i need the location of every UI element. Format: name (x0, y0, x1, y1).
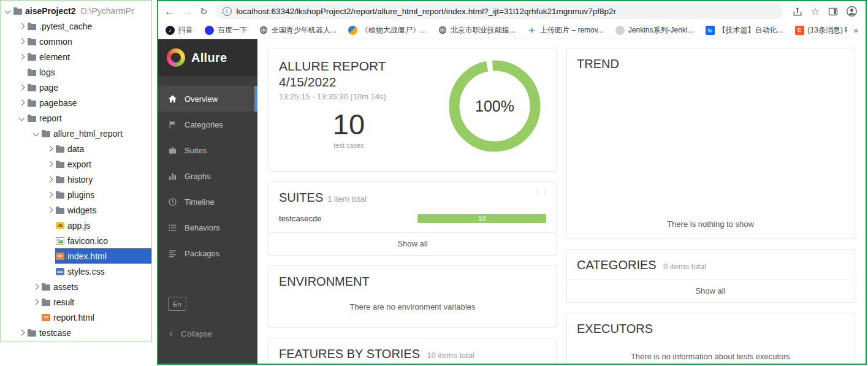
bookmark-item[interactable]: 北京市职业技能提... (438, 25, 516, 36)
sidebar-item-behaviors[interactable]: Behaviors (158, 215, 257, 240)
chevron-down-icon[interactable] (31, 129, 41, 139)
sidebar-item-overview[interactable]: Overview (158, 86, 257, 112)
tree-item-label: common (39, 37, 72, 47)
tree-item-pagebase[interactable]: pagebase (1, 95, 151, 110)
chevron-right-icon[interactable] (17, 328, 27, 338)
tree-item-page[interactable]: page (1, 80, 151, 95)
bookmark-star-icon[interactable]: ☆ (811, 6, 820, 17)
suites-show-all-button[interactable]: Show all (269, 232, 556, 255)
tree-item-common[interactable]: common (1, 34, 151, 49)
chevron-right-icon[interactable] (31, 297, 41, 307)
tree-item-element[interactable]: element (1, 49, 151, 64)
tree-item-aiseProject2[interactable]: aiseProject2D:\PycharmPr (1, 3, 151, 18)
back-button[interactable]: ← (164, 6, 175, 17)
chevron-right-icon[interactable] (45, 144, 55, 154)
chevron-right-icon[interactable] (17, 37, 27, 47)
tree-item-label: plugins (67, 190, 94, 200)
sidebar-item-timeline[interactable]: Timeline (158, 189, 257, 215)
tree-item-logs[interactable]: logs (1, 64, 151, 80)
categories-show-all-button[interactable]: Show all (567, 280, 854, 302)
bookmark-item[interactable]: 全国青少年机器人... (259, 25, 337, 36)
suites-title: SUITES (279, 191, 323, 205)
chevron-right-icon[interactable] (45, 159, 55, 169)
bookmarks-overflow-chevron[interactable]: » (847, 25, 858, 35)
tree-item-label: element (39, 52, 70, 62)
browser-window: ← → ↻ i localhost:63342/lkshopProject2/r… (157, 0, 867, 365)
tree-item-widgets[interactable]: widgets (1, 202, 151, 218)
forward-button[interactable]: → (182, 6, 192, 17)
bookmark-label: Jenkins系列-Jenki... (628, 25, 694, 36)
address-bar[interactable]: i localhost:63342/lkshopProject2/report/… (215, 4, 783, 19)
share-icon[interactable] (793, 7, 802, 17)
tree-item-history[interactable]: history (1, 172, 151, 187)
tree-item-styles.css[interactable]: cssstyles.css (1, 264, 151, 279)
side-panel-icon[interactable] (828, 7, 838, 17)
tree-item-assets[interactable]: assets (1, 279, 151, 294)
tree-row-body: <>report.html (41, 310, 151, 325)
tree-item-export[interactable]: export (1, 156, 151, 172)
bookmark-item[interactable]: 百度一下 (205, 25, 247, 36)
html-file-icon: <> (42, 314, 50, 321)
allure-logo: Allure (158, 39, 257, 76)
pycharm-project-tree: aiseProject2D:\PycharmPr.pytest_cachecom… (0, 0, 152, 341)
drag-handle-icon[interactable]: ⋮⋮ (534, 189, 549, 197)
success-rate-donut-chart[interactable]: 100% (447, 58, 542, 154)
bookmark-item[interactable]: C(13条消息) Python... (795, 25, 848, 36)
bookmark-item[interactable]: Jenkins系列-Jenki... (615, 25, 694, 36)
tree-item-index.html[interactable]: <>index.html (1, 248, 151, 264)
sidebar-item-packages[interactable]: Packages (158, 240, 257, 266)
tree-item-app.js[interactable]: JSapp.js (1, 218, 151, 233)
bookmark-item[interactable]: 知【技术篇】自动化... (706, 25, 783, 36)
collapse-button[interactable]: ‹ Collapse (158, 321, 257, 346)
tree-item-testcase[interactable]: testcase (1, 325, 151, 340)
tree-item-.pytest_cache[interactable]: .pytest_cache (1, 18, 151, 34)
chevron-left-icon: ‹ (169, 328, 172, 339)
chevron-down-icon[interactable] (17, 113, 27, 123)
chevron-right-icon[interactable] (31, 282, 41, 292)
tree-indent (1, 72, 17, 72)
chevron-right-icon[interactable] (17, 83, 27, 93)
tree-row-body: history (55, 172, 151, 187)
tree-row-body: aiseProject2D:\PycharmPr (13, 3, 151, 18)
tree-item-favicon.ico[interactable]: favicon.ico (1, 233, 151, 248)
tree-item-plugins[interactable]: plugins (1, 187, 151, 202)
tree-indent (1, 332, 17, 333)
tree-item-data[interactable]: data (1, 141, 151, 156)
tree-row-body: pagebase (27, 95, 151, 110)
reload-button[interactable]: ↻ (200, 6, 208, 17)
sidebar-item-suites[interactable]: Suites (158, 137, 257, 163)
bookmark-item[interactable]: 《植物大战僵尸》... (348, 25, 426, 36)
chevron-right-icon[interactable] (17, 52, 27, 62)
tree-item-report[interactable]: report (1, 110, 151, 126)
folder-icon (56, 177, 64, 183)
chevron-right-icon[interactable] (17, 21, 27, 31)
tree-item-result[interactable]: result (1, 294, 151, 310)
allure-brand: Allure (191, 51, 227, 65)
chevron-right-icon[interactable] (45, 205, 55, 215)
suite-row[interactable]: testcasecde10 (279, 206, 546, 232)
tree-item-label: assets (53, 282, 78, 292)
suite-passed-bar: 10 (417, 214, 546, 223)
site-info-icon[interactable]: i (223, 7, 232, 16)
sidebar-item-label: Packages (185, 249, 219, 258)
features-title: FEATURES BY STORIES (279, 347, 420, 360)
sidebar-item-graphs[interactable]: Graphs (158, 163, 257, 189)
tree-item-label: pagebase (39, 98, 77, 108)
tree-item-label: favicon.ico (67, 236, 108, 246)
chevron-right-icon[interactable] (45, 190, 55, 200)
tree-item-report.html[interactable]: <>report.html (1, 310, 151, 325)
bookmark-item[interactable]: ♪抖音 (166, 25, 193, 36)
chevron-right-icon[interactable] (45, 175, 55, 185)
tree-indent (1, 317, 31, 318)
tree-item-allure_html_report[interactable]: allure_html_report (1, 126, 151, 141)
chevron-down-icon[interactable] (3, 6, 13, 16)
bookmark-label: 【技术篇】自动化... (718, 25, 783, 36)
sidebar-item-categories[interactable]: Categories (158, 112, 257, 137)
suite-name: testcasecde (279, 214, 321, 223)
profile-avatar-icon[interactable] (847, 6, 857, 17)
language-button[interactable]: En (168, 297, 186, 311)
chevron-right-icon[interactable] (17, 98, 27, 108)
folder-icon (42, 284, 50, 291)
sidebar-item-label: Graphs (185, 172, 211, 181)
bookmark-item[interactable]: ✈上传图片 – remov... (527, 25, 604, 36)
